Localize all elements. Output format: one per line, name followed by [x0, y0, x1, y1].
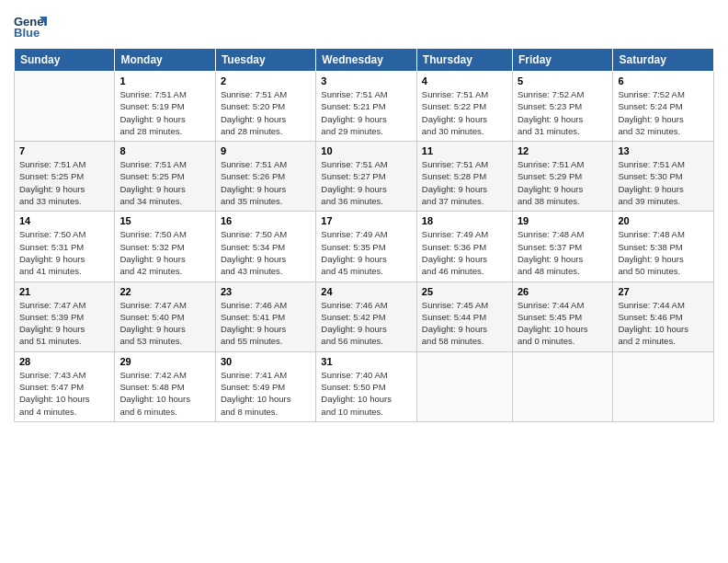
calendar-cell	[416, 351, 512, 421]
day-number: 14	[19, 215, 109, 226]
logo-icon: General Blue	[14, 13, 47, 40]
day-number: 12	[518, 145, 608, 156]
day-number: 18	[422, 215, 507, 226]
day-info: Sunrise: 7:51 AM Sunset: 5:25 PM Dayligh…	[119, 158, 210, 207]
calendar-cell: 25Sunrise: 7:45 AM Sunset: 5:44 PM Dayli…	[416, 282, 512, 351]
day-number: 30	[221, 356, 311, 367]
calendar-cell	[513, 351, 613, 421]
weekday-header-row: SundayMondayTuesdayWednesdayThursdayFrid…	[15, 49, 714, 72]
day-number: 8	[119, 145, 210, 156]
calendar-cell: 3Sunrise: 7:51 AM Sunset: 5:21 PM Daylig…	[316, 72, 416, 142]
day-number: 11	[422, 145, 507, 156]
svg-text:Blue: Blue	[14, 26, 40, 40]
calendar-cell: 5Sunrise: 7:52 AM Sunset: 5:23 PM Daylig…	[513, 72, 613, 142]
day-number: 13	[618, 145, 709, 156]
day-info: Sunrise: 7:51 AM Sunset: 5:19 PM Dayligh…	[119, 88, 210, 137]
day-info: Sunrise: 7:44 AM Sunset: 5:46 PM Dayligh…	[618, 299, 709, 348]
day-info: Sunrise: 7:46 AM Sunset: 5:42 PM Dayligh…	[321, 299, 411, 348]
day-number: 31	[321, 356, 411, 367]
weekday-header-thursday: Thursday	[416, 49, 512, 72]
day-info: Sunrise: 7:48 AM Sunset: 5:37 PM Dayligh…	[518, 228, 608, 277]
day-info: Sunrise: 7:48 AM Sunset: 5:38 PM Dayligh…	[618, 228, 709, 277]
calendar-cell: 29Sunrise: 7:42 AM Sunset: 5:48 PM Dayli…	[115, 351, 215, 421]
day-number: 24	[321, 286, 411, 297]
day-info: Sunrise: 7:51 AM Sunset: 5:26 PM Dayligh…	[221, 158, 311, 207]
day-number: 28	[19, 356, 109, 367]
day-number: 27	[618, 286, 709, 297]
day-number: 4	[422, 75, 507, 86]
weekday-header-tuesday: Tuesday	[215, 49, 315, 72]
day-number: 9	[221, 145, 311, 156]
calendar-cell: 14Sunrise: 7:50 AM Sunset: 5:31 PM Dayli…	[15, 212, 115, 282]
day-info: Sunrise: 7:44 AM Sunset: 5:45 PM Dayligh…	[518, 299, 608, 348]
calendar-cell: 20Sunrise: 7:48 AM Sunset: 5:38 PM Dayli…	[613, 212, 714, 282]
calendar-week-4: 21Sunrise: 7:47 AM Sunset: 5:39 PM Dayli…	[15, 282, 714, 351]
weekday-header-friday: Friday	[513, 49, 613, 72]
calendar-cell: 10Sunrise: 7:51 AM Sunset: 5:27 PM Dayli…	[316, 142, 416, 212]
calendar-week-3: 14Sunrise: 7:50 AM Sunset: 5:31 PM Dayli…	[15, 212, 714, 282]
day-info: Sunrise: 7:45 AM Sunset: 5:44 PM Dayligh…	[422, 299, 507, 348]
calendar-cell: 2Sunrise: 7:51 AM Sunset: 5:20 PM Daylig…	[215, 72, 315, 142]
day-number: 26	[518, 286, 608, 297]
day-info: Sunrise: 7:51 AM Sunset: 5:21 PM Dayligh…	[321, 88, 411, 137]
calendar-cell: 9Sunrise: 7:51 AM Sunset: 5:26 PM Daylig…	[215, 142, 315, 212]
day-number: 23	[221, 286, 311, 297]
page-container: General Blue SundayMondayTuesdayWednesda…	[0, 0, 728, 431]
day-info: Sunrise: 7:46 AM Sunset: 5:41 PM Dayligh…	[221, 299, 311, 348]
calendar-week-2: 7Sunrise: 7:51 AM Sunset: 5:25 PM Daylig…	[15, 142, 714, 212]
calendar-cell: 22Sunrise: 7:47 AM Sunset: 5:40 PM Dayli…	[115, 282, 215, 351]
logo: General Blue	[14, 13, 49, 40]
day-info: Sunrise: 7:47 AM Sunset: 5:40 PM Dayligh…	[119, 299, 210, 348]
calendar-cell: 1Sunrise: 7:51 AM Sunset: 5:19 PM Daylig…	[115, 72, 215, 142]
day-info: Sunrise: 7:47 AM Sunset: 5:39 PM Dayligh…	[19, 299, 109, 348]
day-info: Sunrise: 7:51 AM Sunset: 5:20 PM Dayligh…	[221, 88, 311, 137]
day-number: 2	[221, 75, 311, 86]
day-info: Sunrise: 7:49 AM Sunset: 5:36 PM Dayligh…	[422, 228, 507, 277]
calendar-cell: 12Sunrise: 7:51 AM Sunset: 5:29 PM Dayli…	[513, 142, 613, 212]
day-number: 29	[119, 356, 210, 367]
calendar-cell: 7Sunrise: 7:51 AM Sunset: 5:25 PM Daylig…	[15, 142, 115, 212]
calendar-cell: 6Sunrise: 7:52 AM Sunset: 5:24 PM Daylig…	[613, 72, 714, 142]
calendar-cell: 11Sunrise: 7:51 AM Sunset: 5:28 PM Dayli…	[416, 142, 512, 212]
day-number: 7	[19, 145, 109, 156]
calendar-cell	[15, 72, 115, 142]
day-number: 1	[119, 75, 210, 86]
day-number: 19	[518, 215, 608, 226]
weekday-header-saturday: Saturday	[613, 49, 714, 72]
day-number: 6	[618, 75, 709, 86]
calendar-week-5: 28Sunrise: 7:43 AM Sunset: 5:47 PM Dayli…	[15, 351, 714, 421]
calendar-cell: 27Sunrise: 7:44 AM Sunset: 5:46 PM Dayli…	[613, 282, 714, 351]
day-number: 22	[119, 286, 210, 297]
calendar-cell: 19Sunrise: 7:48 AM Sunset: 5:37 PM Dayli…	[513, 212, 613, 282]
day-number: 25	[422, 286, 507, 297]
day-info: Sunrise: 7:43 AM Sunset: 5:47 PM Dayligh…	[19, 369, 109, 418]
day-info: Sunrise: 7:51 AM Sunset: 5:29 PM Dayligh…	[518, 158, 608, 207]
day-info: Sunrise: 7:52 AM Sunset: 5:23 PM Dayligh…	[518, 88, 608, 137]
calendar-cell: 15Sunrise: 7:50 AM Sunset: 5:32 PM Dayli…	[115, 212, 215, 282]
calendar-week-1: 1Sunrise: 7:51 AM Sunset: 5:19 PM Daylig…	[15, 72, 714, 142]
day-info: Sunrise: 7:50 AM Sunset: 5:31 PM Dayligh…	[19, 228, 109, 277]
day-info: Sunrise: 7:52 AM Sunset: 5:24 PM Dayligh…	[618, 88, 709, 137]
calendar-cell: 18Sunrise: 7:49 AM Sunset: 5:36 PM Dayli…	[416, 212, 512, 282]
calendar-cell: 31Sunrise: 7:40 AM Sunset: 5:50 PM Dayli…	[316, 351, 416, 421]
calendar-cell: 28Sunrise: 7:43 AM Sunset: 5:47 PM Dayli…	[15, 351, 115, 421]
day-number: 5	[518, 75, 608, 86]
calendar-cell: 16Sunrise: 7:50 AM Sunset: 5:34 PM Dayli…	[215, 212, 315, 282]
day-info: Sunrise: 7:51 AM Sunset: 5:28 PM Dayligh…	[422, 158, 507, 207]
calendar-cell: 23Sunrise: 7:46 AM Sunset: 5:41 PM Dayli…	[215, 282, 315, 351]
header: General Blue	[14, 9, 714, 40]
day-info: Sunrise: 7:50 AM Sunset: 5:34 PM Dayligh…	[221, 228, 311, 277]
day-info: Sunrise: 7:51 AM Sunset: 5:22 PM Dayligh…	[422, 88, 507, 137]
calendar-table: SundayMondayTuesdayWednesdayThursdayFrid…	[14, 48, 714, 422]
weekday-header-sunday: Sunday	[15, 49, 115, 72]
day-number: 15	[119, 215, 210, 226]
day-number: 3	[321, 75, 411, 86]
day-info: Sunrise: 7:51 AM Sunset: 5:25 PM Dayligh…	[19, 158, 109, 207]
weekday-header-monday: Monday	[115, 49, 215, 72]
calendar-cell: 13Sunrise: 7:51 AM Sunset: 5:30 PM Dayli…	[613, 142, 714, 212]
day-info: Sunrise: 7:49 AM Sunset: 5:35 PM Dayligh…	[321, 228, 411, 277]
day-info: Sunrise: 7:51 AM Sunset: 5:27 PM Dayligh…	[321, 158, 411, 207]
day-info: Sunrise: 7:40 AM Sunset: 5:50 PM Dayligh…	[321, 369, 411, 418]
calendar-cell: 26Sunrise: 7:44 AM Sunset: 5:45 PM Dayli…	[513, 282, 613, 351]
calendar-cell: 8Sunrise: 7:51 AM Sunset: 5:25 PM Daylig…	[115, 142, 215, 212]
